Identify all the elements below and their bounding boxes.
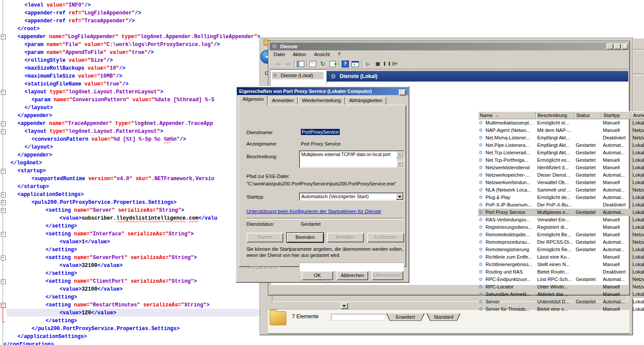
table-row[interactable]: Port Proxy ServiceMultiplexes e...Gestar… [478, 209, 644, 216]
startoptionen-help-link[interactable]: Unterstützung beim Konfigurieren der Sta… [246, 209, 381, 214]
table-row[interactable]: NAP-Agent (Netwo...Mit dem NAP-...Manuel… [478, 127, 644, 134]
anhalten-button: Anhalten [327, 233, 364, 242]
table-row[interactable]: RPC-LocatorUnter Windo...ManuellNetzwerk… [478, 283, 644, 291]
fold-toggle-icon[interactable] [1, 35, 6, 39]
table-row[interactable]: NetzwerklistendienstIdentifiziert d...Ge… [478, 164, 644, 171]
column-header-status[interactable]: Status [574, 111, 602, 119]
beschreibung-textbox[interactable]: Multiplexes external TCP/IP data on loca… [299, 150, 404, 168]
show-console-tree-icon[interactable] [297, 61, 304, 67]
column-header-starttyp[interactable]: Starttyp [602, 111, 631, 119]
window-title: Dienste [280, 43, 298, 50]
minimize-button[interactable]: _ [606, 43, 613, 50]
pause-service-icon[interactable] [384, 62, 390, 66]
view-tab-standard[interactable]: Standard [426, 313, 461, 321]
title-bar[interactable]: ⚙ Dienste _ ❒ × [270, 43, 628, 50]
close-icon[interactable]: × [621, 43, 628, 50]
beschreibung-label: Beschreibung: [246, 154, 277, 159]
table-row[interactable]: Sekundäre Anmeld...Aktiviert das ...Manu… [478, 291, 644, 298]
maximize-button[interactable]: ❒ [614, 43, 621, 50]
table-row[interactable]: Net.Tcp-Listenerad...Empfängt Akt...Gest… [478, 149, 644, 156]
view-tab-erweitert[interactable]: Erweitert [386, 313, 425, 321]
tab-anmelden[interactable]: Anmelden [268, 97, 298, 105]
fold-toggle-icon[interactable] [1, 169, 6, 174]
table-row[interactable]: Netzwerkspeicher-...Dieser Dienst...Gest… [478, 171, 644, 179]
fold-toggle-icon[interactable] [1, 208, 6, 213]
sort-ascending-icon [495, 114, 499, 117]
column-header-beschreibung[interactable]: Beschreibung [536, 111, 574, 119]
menu-item-aktion[interactable]: Aktion [289, 50, 310, 59]
services-icon: ⚙ [273, 72, 278, 79]
table-row[interactable]: Registrierungsdiens...Registriert di...M… [478, 224, 644, 231]
fold-toggle-icon[interactable] [1, 200, 6, 205]
forward-icon[interactable]: ⇨ [284, 60, 292, 68]
dialog-tabs: AllgemeinAnmeldenWiederherstellungAbhäng… [239, 96, 387, 105]
code-line: </configuration> [0, 341, 644, 345]
fold-toggle-icon[interactable] [1, 129, 6, 134]
abbrechen-button[interactable]: Abbrechen [337, 271, 368, 280]
table-row[interactable]: RAS-Verbindungsv...Verwaltet Ein...Manue… [478, 216, 644, 224]
fold-toggle-icon[interactable] [1, 90, 6, 95]
startparameter-input[interactable] [299, 263, 404, 271]
close-icon[interactable]: × [399, 89, 406, 96]
scroll-up-icon[interactable] [397, 151, 403, 157]
ok-button[interactable]: OK [302, 271, 333, 280]
menu-item-datei[interactable]: Datei [270, 50, 289, 59]
dropdown-button[interactable] [341, 302, 348, 309]
table-row[interactable]: Net.Msmq-Listener...Empfängt Akt...Deakt… [478, 134, 644, 142]
menu-bar: DateiAktionAnsicht? [270, 50, 628, 59]
column-header-anmeldenals[interactable]: Anmelden als [631, 111, 644, 119]
fold-toggle-icon[interactable] [1, 121, 6, 126]
table-row[interactable]: Remoteprozedurau...Der RPCSS-Di...Gestar… [478, 238, 644, 246]
beenden-button[interactable]: Beenden [287, 233, 324, 242]
tab-wiederherstellung[interactable]: Wiederherstellung [298, 97, 345, 105]
fold-toggle-icon[interactable] [1, 192, 6, 197]
refresh-icon[interactable]: ↻ [319, 60, 327, 68]
table-row[interactable]: Remotedesktopdie...Ermöglicht Be...Gesta… [478, 231, 644, 238]
starttyp-dropdown[interactable]: Automatisch (Verzögerter Start) [299, 192, 404, 201]
extended-view-icon[interactable] [352, 61, 359, 67]
dialog-title: Eigenschaften von Port Proxy Service (Lo… [239, 89, 372, 94]
table-row[interactable]: Server für Threads...Bietet eine n...Man… [478, 306, 644, 313]
textbox-scrollbar[interactable] [397, 151, 403, 167]
tab-allgemein[interactable]: Allgemein [239, 95, 267, 105]
menu-item-?[interactable]: ? [334, 50, 344, 59]
table-row[interactable]: Richtlinie zum Entfe...Lässt eine Ko...M… [478, 253, 644, 261]
export-list-icon[interactable] [329, 61, 336, 67]
table-row[interactable]: Routing und RASBietet Routin...Deaktivie… [478, 268, 644, 276]
help-icon[interactable]: ? [341, 60, 349, 68]
fold-toggle-icon[interactable] [1, 279, 6, 284]
menu-item-ansicht[interactable]: Ansicht [310, 50, 334, 59]
table-row[interactable]: Multimediaklassenpl...Ermöglicht ei...Ma… [478, 119, 644, 127]
table-row[interactable]: Plug & PlayErmöglicht de...GestartetAuto… [478, 194, 644, 201]
back-icon[interactable]: ⇦ [274, 60, 282, 68]
fortsetzen-button: Fortsetzen [367, 233, 404, 242]
table-row[interactable]: Richtlinienergebniss...Stellt einen N...… [478, 261, 644, 268]
fold-red-bracket-end [3, 322, 5, 322]
table-row[interactable]: Netzwerkverbindun...Verwaltet Ob...Gesta… [478, 179, 644, 186]
dienstname-label: Dienstname: [246, 130, 274, 135]
table-row[interactable]: PnP-X-IP-Busenum...Der PnP-X-Bu...Deakti… [478, 201, 644, 209]
fold-toggle-icon[interactable] [1, 232, 6, 237]
starttyp-label: Starttyp: [246, 194, 264, 199]
tree-item-dienste-lokal[interactable]: ⚙ Dienste (Lokal) [272, 72, 324, 79]
column-header-name[interactable]: Name [478, 111, 536, 119]
stop-service-icon[interactable]: ■ [374, 60, 382, 68]
dialog-title-bar[interactable]: Eigenschaften von Port Proxy Service (Lo… [237, 87, 408, 95]
table-row[interactable]: ServerUnterstützt D...GestartetAutomat..… [478, 298, 644, 306]
dienststatus-value: Gestartet [301, 221, 320, 227]
table-row[interactable]: NLA (Network Loca...Sammelt und ...Gesta… [478, 186, 644, 194]
table-row[interactable]: Net.Tcp-Portfreiga...Ermöglicht es...Ges… [478, 156, 644, 164]
scroll-down-icon[interactable] [397, 161, 403, 167]
table-row[interactable]: Net.Pipe-Listenera...Empfängt Akt...Gest… [478, 142, 644, 149]
fold-toggle-icon[interactable] [1, 256, 6, 260]
dienstname-value[interactable]: PortProxyService [301, 129, 340, 135]
table-row[interactable]: RemoteregistrierungErmöglicht Re...Gesta… [478, 246, 644, 253]
restart-service-icon[interactable] [393, 62, 398, 66]
tab-abhngigkeiten[interactable]: Abhängigkeiten [345, 97, 387, 105]
properties-icon[interactable] [309, 61, 316, 67]
chevron-down-icon[interactable] [396, 193, 403, 200]
start-service-icon[interactable]: ▶ [364, 60, 372, 68]
pfad-label: Pfad zur EXE-Datei: [246, 174, 289, 179]
table-row[interactable]: RPC-Endpunktzuor...Löst RPC-Sch...Gestar… [478, 276, 644, 283]
fold-toggle-icon[interactable] [1, 303, 6, 308]
